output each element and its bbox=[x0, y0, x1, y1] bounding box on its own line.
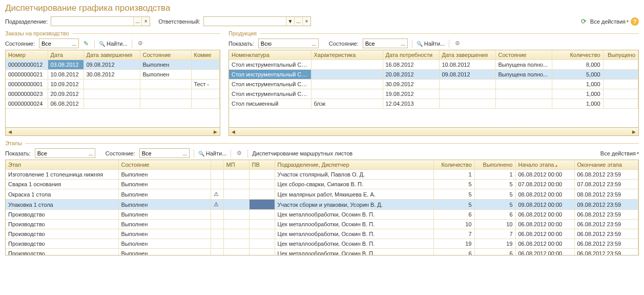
search-icon bbox=[99, 41, 105, 47]
column-header[interactable]: Номер bbox=[6, 50, 48, 60]
table-cell bbox=[223, 239, 249, 249]
table-row[interactable]: ПроизводствоВыполненЦех металлообработки… bbox=[6, 220, 638, 229]
orders-state-input[interactable]: ... bbox=[39, 38, 79, 48]
scroll-right-icon[interactable]: ▶ bbox=[212, 129, 219, 134]
column-header[interactable]: Окончание этапа bbox=[574, 160, 638, 170]
table-row[interactable]: Сварка 1 основанияВыполненЦех сборо-свар… bbox=[6, 180, 638, 189]
table-row[interactable]: Стол письменныйблэк12.04.20131,000 bbox=[229, 99, 638, 109]
column-header[interactable]: Количество bbox=[433, 160, 474, 170]
table-cell: 6 bbox=[433, 249, 474, 255]
column-header[interactable]: Номенклатура bbox=[229, 50, 311, 60]
column-header[interactable]: Дата завершения bbox=[84, 50, 140, 60]
table-cell: Цех металлообработки, Осокин В. П. bbox=[275, 220, 433, 229]
scroll-left-icon[interactable]: ◀ bbox=[7, 129, 13, 134]
column-header[interactable]: Дата завершения bbox=[439, 50, 495, 60]
orders-scrollbar[interactable]: ◀ ▶ bbox=[5, 128, 220, 136]
responsible-dots-button[interactable]: ... bbox=[294, 17, 302, 26]
column-header[interactable]: Состояние bbox=[495, 50, 552, 60]
table-row[interactable]: ПроизводствоВыполненЦех металлообработки… bbox=[6, 210, 638, 220]
products-show-field[interactable] bbox=[259, 39, 310, 48]
orders-settings-button[interactable] bbox=[136, 38, 144, 48]
table-cell: Выполнен bbox=[140, 60, 191, 70]
stages-table[interactable]: ЭтапСостояниеМППВПодразделение, Диспетче… bbox=[6, 160, 638, 255]
stages-settings-button[interactable] bbox=[235, 148, 243, 158]
orders-table[interactable]: НомерДатаДата завершенияСостояниеКомме 0… bbox=[6, 50, 220, 109]
department-field[interactable] bbox=[51, 17, 133, 26]
stages-show-input[interactable]: ... bbox=[35, 148, 95, 158]
table-row[interactable]: 0000000002406.08.2012 bbox=[6, 99, 220, 109]
table-row[interactable]: 0000000000110.09.2012Тест - bbox=[6, 80, 220, 89]
stages-state-input[interactable]: ... bbox=[139, 148, 190, 158]
scroll-left-icon[interactable]: ◀ bbox=[230, 129, 237, 134]
dispatch-route-lists-button[interactable]: Диспетчирование маршрутных листов bbox=[252, 150, 352, 156]
department-dots-button[interactable]: ... bbox=[133, 17, 141, 26]
table-row[interactable]: Стол инструментальный СИ...20.08.201209.… bbox=[229, 70, 638, 80]
products-show-input[interactable]: ... bbox=[258, 38, 319, 48]
products-settings-button[interactable] bbox=[453, 38, 462, 48]
table-row[interactable]: ПроизводствоВыполненЦех металлообработки… bbox=[6, 229, 638, 239]
table-cell: 06.08.2012 00:00 bbox=[515, 229, 574, 239]
scroll-right-icon[interactable]: ▶ bbox=[631, 129, 637, 134]
column-header[interactable] bbox=[211, 160, 223, 170]
table-row[interactable]: Стол инструментальный СИ...19.08.20121,0… bbox=[229, 89, 638, 99]
products-table[interactable]: НоменклатураХарактеристикаДата потребнос… bbox=[229, 50, 638, 109]
column-header[interactable]: Состояние bbox=[140, 50, 191, 60]
column-header[interactable]: Выпущено bbox=[603, 50, 638, 60]
column-header[interactable]: Начало этапа bbox=[515, 160, 574, 170]
responsible-field[interactable] bbox=[204, 17, 286, 26]
products-state-input[interactable]: ... bbox=[363, 38, 408, 48]
table-row[interactable]: ПроизводствоВыполненЦех металлообработки… bbox=[6, 249, 638, 255]
all-actions-button[interactable]: Все действия ▾ bbox=[590, 18, 629, 25]
table-row[interactable]: 0000000002110.08.201230.08.2012Выполнен bbox=[6, 70, 220, 80]
column-header[interactable]: Этап bbox=[6, 160, 118, 170]
table-row[interactable]: Изготовление 1 столешница нижняяВыполнен… bbox=[6, 170, 638, 180]
help-icon[interactable]: ? bbox=[631, 17, 639, 26]
orders-state-field[interactable] bbox=[39, 39, 70, 48]
stages-all-actions-button[interactable]: Все действия ▾ bbox=[600, 150, 639, 156]
table-cell: 08.08.2012 23:59 bbox=[574, 189, 638, 200]
responsible-input[interactable]: ▼ ... × bbox=[203, 16, 311, 26]
column-header[interactable]: Подразделение, Диспетчер bbox=[275, 160, 433, 170]
column-header[interactable]: Дата bbox=[48, 50, 84, 60]
stages-show-dots-button[interactable]: ... bbox=[87, 149, 95, 159]
orders-state-dots-button[interactable]: ... bbox=[70, 39, 78, 49]
table-cell bbox=[140, 99, 191, 109]
table-cell: Производство bbox=[6, 239, 118, 249]
department-clear-button[interactable]: × bbox=[141, 17, 150, 26]
table-row[interactable]: Стол инструментальный СИ...16.08.201210.… bbox=[229, 60, 638, 70]
column-header[interactable]: Комме bbox=[191, 50, 220, 60]
orders-edit-button[interactable] bbox=[82, 38, 90, 48]
table-row[interactable]: Окраска 1 столаВыполнен⚠Цех малярных раб… bbox=[6, 189, 638, 200]
column-header[interactable]: Дата потребности bbox=[383, 50, 439, 60]
table-row[interactable]: 0000000001203.08.201209.08.2012Выполнен bbox=[6, 60, 220, 70]
products-find-button[interactable]: Найти... bbox=[417, 41, 445, 47]
table-row[interactable]: Упаковка 1 столаВыполнен⚠Участок сборки … bbox=[6, 200, 638, 210]
stages-show-field[interactable] bbox=[35, 149, 87, 158]
table-row[interactable]: 0000000002320.09.2012 bbox=[6, 89, 220, 99]
table-row[interactable]: ПроизводствоВыполненЦех металлообработки… bbox=[6, 239, 638, 249]
responsible-clear-button[interactable]: × bbox=[302, 17, 310, 26]
table-cell: 06.08.2012 00:00 bbox=[515, 220, 574, 229]
orders-find-button[interactable]: Найти... bbox=[99, 41, 128, 47]
table-cell: Тест - bbox=[191, 80, 220, 89]
table-cell bbox=[249, 210, 275, 220]
products-scrollbar[interactable]: ◀ ▶ bbox=[228, 128, 639, 136]
products-state-field[interactable] bbox=[363, 39, 399, 48]
column-header[interactable]: Количество bbox=[552, 50, 603, 60]
table-cell: Стол письменный bbox=[229, 99, 311, 109]
column-header[interactable]: МП bbox=[223, 160, 249, 170]
department-input[interactable]: ... × bbox=[51, 16, 150, 26]
column-header[interactable]: Состояние bbox=[118, 160, 211, 170]
table-cell: 5 bbox=[474, 189, 515, 200]
stages-state-dots-button[interactable]: ... bbox=[181, 149, 189, 159]
column-header[interactable]: ПВ bbox=[249, 160, 275, 170]
stages-state-field[interactable] bbox=[140, 149, 181, 158]
responsible-drop-button[interactable]: ▼ bbox=[286, 17, 294, 26]
stages-find-button[interactable]: Найти... bbox=[198, 150, 227, 156]
refresh-button[interactable] bbox=[579, 16, 588, 26]
column-header[interactable]: Выполнено bbox=[474, 160, 515, 170]
products-state-dots-button[interactable]: ... bbox=[399, 39, 407, 49]
table-row[interactable]: Стол инструментальный СИ...30.09.20121,0… bbox=[229, 80, 638, 89]
column-header[interactable]: Характеристика bbox=[311, 50, 383, 60]
products-show-dots-button[interactable]: ... bbox=[310, 39, 318, 49]
